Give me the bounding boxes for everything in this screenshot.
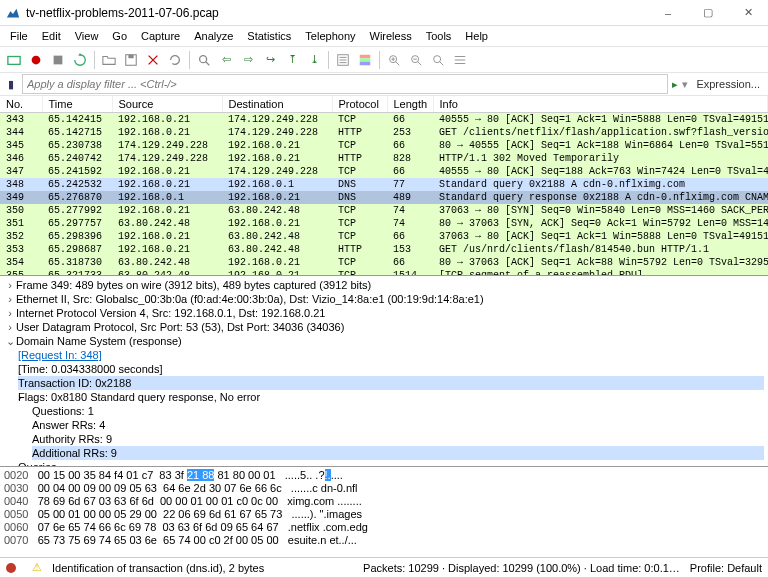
filter-bar: ▮ ▸ ▾ Expression...: [0, 72, 768, 96]
toolbar-first-icon[interactable]: ⤒: [282, 50, 302, 70]
packet-row[interactable]: 34965.276870192.168.0.1192.168.0.21DNS48…: [0, 191, 768, 204]
toolbar-resize-icon[interactable]: [450, 50, 470, 70]
packet-row[interactable]: 34565.230738174.129.249.228192.168.0.21T…: [0, 139, 768, 152]
menu-view[interactable]: View: [69, 28, 105, 44]
packet-row[interactable]: 35065.277992192.168.0.2163.80.242.48TCP7…: [0, 204, 768, 217]
detail-ip[interactable]: Internet Protocol Version 4, Src: 192.16…: [16, 306, 325, 320]
svg-rect-9: [360, 61, 371, 65]
toolbar-folder-icon[interactable]: [99, 50, 119, 70]
toolbar-zoomreset-icon[interactable]: [428, 50, 448, 70]
toolbar-back-icon[interactable]: ⇦: [216, 50, 236, 70]
toolbar-zoomin-icon[interactable]: [384, 50, 404, 70]
detail-queries[interactable]: Queries: [18, 460, 57, 467]
svg-rect-7: [360, 54, 371, 58]
detail-time[interactable]: [Time: 0.034338000 seconds]: [18, 362, 163, 376]
display-filter-input[interactable]: [22, 74, 668, 94]
detail-flags[interactable]: Flags: 0x8180 Standard query response, N…: [18, 390, 260, 404]
filter-apply-icon[interactable]: ▸: [672, 78, 678, 91]
toolbar-close-icon[interactable]: [143, 50, 163, 70]
svg-rect-0: [8, 56, 20, 64]
toolbar-last-icon[interactable]: ⤓: [304, 50, 324, 70]
collapse-icon[interactable]: ⌄: [4, 334, 16, 348]
detail-additional-rrs[interactable]: Additional RRs: 9: [32, 446, 764, 460]
window-title: tv-netflix-problems-2011-07-06.pcap: [26, 6, 648, 20]
column-header[interactable]: No.: [0, 96, 42, 113]
menu-edit[interactable]: Edit: [36, 28, 67, 44]
detail-request-link[interactable]: [Request In: 348]: [18, 348, 102, 362]
minimize-button[interactable]: –: [648, 0, 688, 26]
column-header[interactable]: Protocol: [332, 96, 387, 113]
detail-udp[interactable]: User Datagram Protocol, Src Port: 53 (53…: [16, 320, 344, 334]
statusbar: ⚠ Identification of transaction (dns.id)…: [0, 557, 768, 577]
packet-row[interactable]: 34865.242532192.168.0.21192.168.0.1DNS77…: [0, 178, 768, 191]
toolbar-find-icon[interactable]: [194, 50, 214, 70]
packet-row[interactable]: 34765.241592192.168.0.21174.129.249.228T…: [0, 165, 768, 178]
expand-icon[interactable]: ›: [4, 292, 16, 306]
detail-answer-rrs[interactable]: Answer RRs: 4: [32, 418, 105, 432]
packet-row[interactable]: 35365.298687192.168.0.2163.80.242.48HTTP…: [0, 243, 768, 256]
menu-tools[interactable]: Tools: [420, 28, 458, 44]
status-profile[interactable]: Profile: Default: [690, 562, 762, 574]
menu-capture[interactable]: Capture: [135, 28, 186, 44]
maximize-button[interactable]: ▢: [688, 0, 728, 26]
expand-icon[interactable]: ›: [4, 390, 18, 404]
expand-icon[interactable]: ›: [4, 278, 16, 292]
column-header[interactable]: Time: [42, 96, 112, 113]
hint-icon[interactable]: ⚠: [32, 561, 42, 574]
expand-icon[interactable]: ›: [4, 320, 16, 334]
menu-help[interactable]: Help: [459, 28, 494, 44]
column-header[interactable]: Length: [387, 96, 433, 113]
filter-dropdown-icon[interactable]: ▾: [682, 78, 688, 91]
expand-icon[interactable]: ›: [4, 306, 16, 320]
toolbar-forward-icon[interactable]: ⇨: [238, 50, 258, 70]
toolbar: ⇦ ⇨ ↪ ⤒ ⤓: [0, 46, 768, 72]
svg-point-1: [32, 55, 41, 64]
toolbar-stop-icon[interactable]: [48, 50, 68, 70]
menu-go[interactable]: Go: [106, 28, 133, 44]
packet-row[interactable]: 34365.142415192.168.0.21174.129.249.228T…: [0, 113, 768, 127]
wireshark-icon: [6, 6, 20, 20]
titlebar: tv-netflix-problems-2011-07-06.pcap – ▢ …: [0, 0, 768, 26]
menu-telephony[interactable]: Telephony: [299, 28, 361, 44]
toolbar-open-icon[interactable]: [4, 50, 24, 70]
toolbar-save-icon[interactable]: [121, 50, 141, 70]
toolbar-autoscroll-icon[interactable]: [333, 50, 353, 70]
packet-row[interactable]: 35165.29775763.80.242.48192.168.0.21TCP7…: [0, 217, 768, 230]
menu-statistics[interactable]: Statistics: [241, 28, 297, 44]
column-header[interactable]: Destination: [222, 96, 332, 113]
packet-list[interactable]: No.TimeSourceDestinationProtocolLengthIn…: [0, 96, 768, 276]
toolbar-zoomout-icon[interactable]: [406, 50, 426, 70]
packet-row[interactable]: 35565.32173363.80.242.48192.168.0.21TCP1…: [0, 269, 768, 276]
column-header[interactable]: Source: [112, 96, 222, 113]
detail-authority-rrs[interactable]: Authority RRs: 9: [32, 432, 112, 446]
detail-transaction-id[interactable]: Transaction ID: 0x2188: [18, 376, 764, 390]
menubar: FileEditViewGoCaptureAnalyzeStatisticsTe…: [0, 26, 768, 46]
toolbar-colorize-icon[interactable]: [355, 50, 375, 70]
toolbar-jump-icon[interactable]: ↪: [260, 50, 280, 70]
menu-analyze[interactable]: Analyze: [188, 28, 239, 44]
toolbar-reload-icon[interactable]: [165, 50, 185, 70]
expert-info-icon[interactable]: [6, 563, 16, 573]
hex-pane[interactable]: 0020 00 15 00 35 84 f4 01 c7 83 3f 21 88…: [0, 467, 768, 557]
packet-row[interactable]: 34665.240742174.129.249.228192.168.0.21H…: [0, 152, 768, 165]
collapse-icon[interactable]: ⌄: [4, 460, 18, 467]
packet-row[interactable]: 34465.142715192.168.0.21174.129.249.228H…: [0, 126, 768, 139]
bookmark-icon[interactable]: ▮: [4, 78, 18, 91]
detail-dns[interactable]: Domain Name System (response): [16, 334, 182, 348]
svg-rect-8: [360, 58, 371, 62]
column-header[interactable]: Info: [433, 96, 768, 113]
packet-row[interactable]: 35265.298396192.168.0.2163.80.242.48TCP6…: [0, 230, 768, 243]
expression-button[interactable]: Expression...: [692, 78, 764, 90]
close-button[interactable]: ✕: [728, 0, 768, 26]
detail-frame[interactable]: Frame 349: 489 bytes on wire (3912 bits)…: [16, 278, 371, 292]
packet-details[interactable]: ›Frame 349: 489 bytes on wire (3912 bits…: [0, 276, 768, 467]
detail-questions[interactable]: Questions: 1: [32, 404, 94, 418]
packet-row[interactable]: 35465.31873063.80.242.48192.168.0.21TCP6…: [0, 256, 768, 269]
menu-wireless[interactable]: Wireless: [364, 28, 418, 44]
detail-ethernet[interactable]: Ethernet II, Src: Globalsc_00:3b:0a (f0:…: [16, 292, 484, 306]
toolbar-start-icon[interactable]: [26, 50, 46, 70]
toolbar-restart-icon[interactable]: [70, 50, 90, 70]
svg-point-5: [200, 55, 207, 62]
status-packets: Packets: 10299 · Displayed: 10299 (100.0…: [363, 562, 680, 574]
menu-file[interactable]: File: [4, 28, 34, 44]
